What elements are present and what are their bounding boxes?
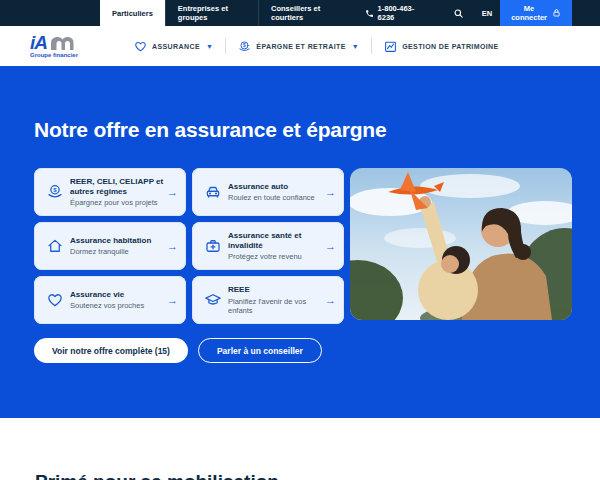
offer-cards: $ REER, CELI, CELIAPP et autres régimes … [34,168,344,324]
card-title: Assurance santé et invalidité [228,231,323,250]
arrow-right-icon: → [325,186,336,198]
nav-items: ASSURANCE ▼ $ ÉPARGNE ET RETRAITE ▼ [122,38,511,54]
search-icon [453,8,464,19]
card-subtitle: Roulez en toute confiance [228,193,323,202]
arrow-right-icon: → [167,186,178,198]
nav-item-epargne-et-retraite[interactable]: $ ÉPARGNE ET RETRAITE ▼ [226,40,371,53]
nav-item-label: ASSURANCE [152,43,200,50]
phone-link[interactable]: 1-800-463-6236 [353,0,443,26]
coin-icon: $ [238,40,251,53]
logo-tagline: Groupe financier [30,52,78,58]
view-full-offer-button[interactable]: Voir notre offre complète (15) [34,338,188,363]
svg-text:$: $ [243,43,246,48]
piggy-bank-icon: $ [44,183,66,201]
topbar-right-cluster: 1-800-463-6236 EN Me connecter [353,0,600,26]
card-title: Assurance vie [70,290,165,300]
card-assurance-auto[interactable]: Assurance auto Roulez en toute confiance… [192,168,344,216]
audience-tabs: Particuliers Entreprises et groupes Cons… [100,0,353,26]
card-subtitle: Épargnez pour vos projets [70,198,165,207]
card-subtitle: Planifiez l'avenir de vos enfants [228,297,323,315]
nav-item-assurance[interactable]: ASSURANCE ▼ [122,40,225,53]
hero-photo-mother-child-plane [350,168,572,320]
arrow-right-icon: → [325,240,336,252]
main-navigation: iA Groupe financier ASSURANCE ▼ [0,26,600,66]
svg-text:$: $ [53,187,57,193]
next-section: Primé pour sa mobilisation [0,418,600,480]
card-subtitle: Dormez tranquille [70,247,165,256]
card-reee[interactable]: REEE Planifiez l'avenir de vos enfants → [192,276,344,324]
arrow-right-icon: → [167,294,178,306]
card-assurance-habitation[interactable]: Assurance habitation Dormez tranquille → [34,222,186,270]
phone-icon [365,9,374,18]
nav-item-gestion-de-patrimoine[interactable]: GESTION DE PATRIMOINE [372,40,510,53]
lock-icon [552,8,561,18]
logo-wordmark: iA [30,34,47,51]
heart-icon [44,291,66,309]
arrow-right-icon: → [167,240,178,252]
hero-title: Notre offre en assurance et épargne [34,118,386,142]
house-icon [44,237,66,255]
chevron-down-icon: ▼ [206,43,213,50]
next-section-heading: Primé pour sa mobilisation [35,471,279,480]
card-reer-celi-celiapp[interactable]: $ REER, CELI, CELIAPP et autres régimes … [34,168,186,216]
phone-number: 1-800-463-6236 [378,4,417,22]
card-assurance-sante-invalidite[interactable]: Assurance santé et invalidité Protégez v… [192,222,344,270]
tab-conseillers-et-courtiers[interactable]: Conseillers et courtiers [258,0,353,26]
hero-buttons: Voir notre offre complète (15) Parler à … [34,338,322,363]
heart-icon [134,40,147,53]
tab-particuliers[interactable]: Particuliers [100,0,165,26]
hero-section: Notre offre en assurance et épargne $ RE… [0,66,600,418]
card-subtitle: Soutenez vos proches [70,301,165,310]
search-button[interactable] [443,0,474,26]
language-toggle[interactable]: EN [474,0,500,26]
car-icon [202,183,224,201]
first-aid-icon [202,237,224,255]
login-button[interactable]: Me connecter [500,0,572,26]
ia-logo[interactable]: iA Groupe financier [30,34,78,58]
top-utility-bar: Particuliers Entreprises et groupes Cons… [0,0,600,26]
nav-item-label: GESTION DE PATRIMOINE [402,43,498,50]
graduation-cap-icon [202,291,224,309]
card-assurance-vie[interactable]: Assurance vie Soutenez vos proches → [34,276,186,324]
talk-to-advisor-button[interactable]: Parler à un conseiller [198,338,322,363]
tab-entreprises-et-groupes[interactable]: Entreprises et groupes [165,0,258,26]
card-title: REEE [228,285,323,295]
login-button-label: Me connecter [511,4,547,22]
card-title: Assurance habitation [70,236,165,246]
nav-item-label: ÉPARGNE ET RETRAITE [256,43,346,50]
card-subtitle: Protégez votre revenu [228,252,323,261]
card-title: REER, CELI, CELIAPP et autres régimes [70,177,165,196]
elephant-icon [49,35,75,51]
chevron-down-icon: ▼ [352,43,359,50]
card-title: Assurance auto [228,182,323,192]
chart-icon [384,40,397,53]
arrow-right-icon: → [325,294,336,306]
